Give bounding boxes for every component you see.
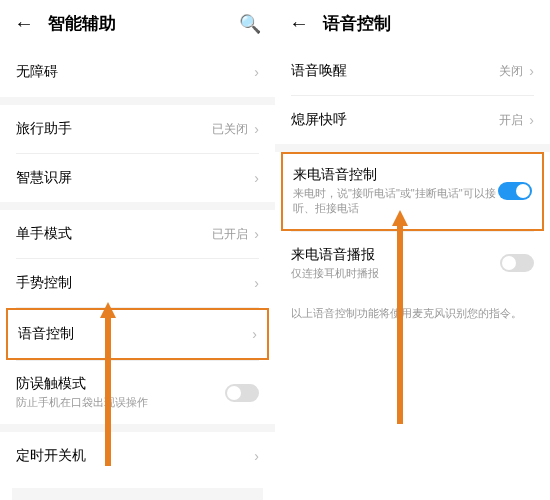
chevron-right-icon: › [254, 448, 259, 464]
row-gesture-control[interactable]: 手势控制 › [0, 259, 275, 307]
row-incoming-voice-announce[interactable]: 来电语音播报 仅连接耳机时播报 [275, 232, 550, 295]
header-right: ← 语音控制 [275, 0, 550, 47]
chevron-right-icon: › [254, 121, 259, 137]
settings-list-right: 语音唤醒 关闭 › 熄屏快呼 开启 › 来电语音控制 来电时，说"接听电话"或"… [275, 47, 550, 500]
footer-note: 以上语音控制功能将使用麦克风识别您的指令。 [275, 295, 550, 332]
toggle-anti-touch[interactable] [225, 384, 259, 402]
row-screen-off-call[interactable]: 熄屏快呼 开启 › [275, 96, 550, 144]
cat-icon [428, 460, 456, 488]
row-label: 语音控制 [18, 325, 252, 343]
section-gap [0, 97, 275, 105]
chevron-right-icon: › [252, 326, 257, 342]
row-label: 防误触模式 [16, 375, 225, 393]
row-accessibility[interactable]: 无障碍 › [0, 47, 275, 97]
row-voice-control[interactable]: 语音控制 › [8, 310, 267, 358]
row-label: 无障碍 [16, 63, 254, 81]
annotation-arrow-stem-left [105, 316, 111, 466]
row-label: 熄屏快呼 [291, 111, 499, 129]
row-label: 来电语音控制 [293, 166, 498, 184]
header-left: ← 智能辅助 🔍 [0, 0, 275, 47]
page-title: 智能辅助 [48, 12, 116, 35]
row-one-hand-mode[interactable]: 单手模式 已开启 › [0, 210, 275, 258]
chevron-right-icon: › [254, 226, 259, 242]
toggle-voice-announce[interactable] [500, 254, 534, 272]
highlight-voice-control: 语音控制 › [6, 308, 269, 360]
settings-list-left: 无障碍 › 旅行助手 已关闭 › 智慧识屏 › 单手模式 已开启 › 手势控制 … [0, 47, 275, 500]
row-label: 智慧识屏 [16, 169, 254, 187]
row-label: 手势控制 [16, 274, 254, 292]
row-smart-screen[interactable]: 智慧识屏 › [0, 154, 275, 202]
chevron-right-icon: › [254, 64, 259, 80]
row-label: 语音唤醒 [291, 62, 499, 80]
row-label: 单手模式 [16, 225, 212, 243]
back-icon[interactable]: ← [14, 12, 34, 35]
search-icon[interactable]: 🔍 [239, 13, 261, 35]
row-scheduled-power[interactable]: 定时开关机 › [0, 432, 275, 480]
row-sub: 仅连接耳机时播报 [291, 266, 500, 281]
back-icon[interactable]: ← [289, 12, 309, 35]
chevron-right-icon: › [529, 112, 534, 128]
row-value: 已关闭 [212, 121, 248, 138]
toggle-incoming-voice[interactable] [498, 182, 532, 200]
row-incoming-voice-control[interactable]: 来电语音控制 来电时，说"接听电话"或"挂断电话"可以接听、拒接电话 [283, 154, 542, 229]
hint-box: 是否在寻找其他设置项？ 系统导航方式 [12, 488, 263, 500]
phone-screen-left: ← 智能辅助 🔍 无障碍 › 旅行助手 已关闭 › 智慧识屏 › 单手模式 已开… [0, 0, 275, 500]
chevron-right-icon: › [254, 170, 259, 186]
row-value: 已开启 [212, 226, 248, 243]
row-label: 定时开关机 [16, 447, 254, 465]
row-label: 来电语音播报 [291, 246, 500, 264]
highlight-incoming-voice: 来电语音控制 来电时，说"接听电话"或"挂断电话"可以接听、拒接电话 [281, 152, 544, 231]
row-label: 旅行助手 [16, 120, 212, 138]
row-sub: 防止手机在口袋出现误操作 [16, 395, 225, 410]
row-voice-wake[interactable]: 语音唤醒 关闭 › [275, 47, 550, 95]
chevron-right-icon: › [529, 63, 534, 79]
annotation-arrow-stem-right [397, 224, 403, 424]
page-title: 语音控制 [323, 12, 391, 35]
watermark: Handset Cat [428, 460, 534, 488]
row-anti-touch[interactable]: 防误触模式 防止手机在口袋出现误操作 [0, 361, 275, 424]
chevron-right-icon: › [254, 275, 259, 291]
watermark-text: Handset Cat [462, 467, 534, 482]
row-value: 关闭 [499, 63, 523, 80]
row-travel-assistant[interactable]: 旅行助手 已关闭 › [0, 105, 275, 153]
phone-screen-right: ← 语音控制 语音唤醒 关闭 › 熄屏快呼 开启 › 来电语音控制 来电时，说"… [275, 0, 550, 500]
row-value: 开启 [499, 112, 523, 129]
